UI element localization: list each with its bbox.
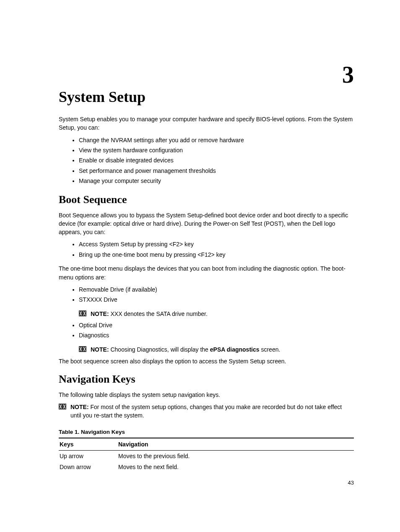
note-icon <box>79 310 86 316</box>
intro-paragraph: System Setup enables you to manage your … <box>59 115 354 132</box>
list-item: Set performance and power management thr… <box>79 166 354 175</box>
list-item: Access System Setup by pressing <F2> key <box>79 240 354 249</box>
note-body: XXX denotes the SATA drive number. <box>110 310 207 317</box>
table-header-row: Keys Navigation <box>59 438 354 451</box>
chapter-number: 3 <box>342 63 354 86</box>
list-item: View the system hardware configuration <box>79 146 354 155</box>
note-body: For most of the system setup options, ch… <box>70 404 342 419</box>
list-item: Manage your computer security <box>79 176 354 185</box>
table-header-navigation: Navigation <box>117 438 354 451</box>
boot-paragraph-1: Boot Sequence allows you to bypass the S… <box>59 211 354 237</box>
list-item: Enable or disable integrated devices <box>79 156 354 165</box>
note-label: NOTE: <box>70 404 90 410</box>
note-body-post: screen. <box>260 346 281 353</box>
boot-paragraph-3: The boot sequence screen also displays t… <box>59 357 354 365</box>
note-text: NOTE: XXX denotes the SATA drive number. <box>91 310 208 318</box>
note-body-bold: ePSA diagnostics <box>210 346 260 353</box>
cell-key: Up arrow <box>59 451 117 462</box>
table-caption: Table 1. Navigation Keys <box>59 429 354 435</box>
note-text: NOTE: For most of the system setup optio… <box>70 403 354 420</box>
navigation-keys-table: Keys Navigation Up arrow Moves to the pr… <box>59 438 354 472</box>
section-heading-navigation-keys: Navigation Keys <box>59 373 354 386</box>
list-item: Bring up the one-time boot menu by press… <box>79 250 354 259</box>
table-header-keys: Keys <box>59 438 117 451</box>
list-item: Change the NVRAM settings after you add … <box>79 136 354 145</box>
boot-list-2b: Optical Drive Diagnostics <box>59 321 354 340</box>
section-heading-boot-sequence: Boot Sequence <box>59 193 354 206</box>
cell-nav: Moves to the next field. <box>117 462 354 472</box>
page-title: System Setup <box>59 88 354 106</box>
note-text: NOTE: Choosing Diagnostics, will display… <box>91 345 280 354</box>
note-block: NOTE: For most of the system setup optio… <box>59 403 354 420</box>
table-row: Down arrow Moves to the next field. <box>59 462 354 472</box>
intro-list: Change the NVRAM settings after you add … <box>59 136 354 186</box>
cell-key: Down arrow <box>59 462 117 472</box>
boot-list-1: Access System Setup by pressing <F2> key… <box>59 240 354 259</box>
list-item: Optical Drive <box>79 321 354 330</box>
note-body-pre: Choosing Diagnostics, will display the <box>110 346 210 353</box>
note-label: NOTE: <box>91 346 110 353</box>
note-label: NOTE: <box>91 310 110 317</box>
list-item: STXXXX Drive <box>79 295 354 304</box>
note-block: NOTE: XXX denotes the SATA drive number. <box>79 310 354 318</box>
list-item: Removable Drive (if available) <box>79 285 354 294</box>
nav-paragraph-1: The following table displays the system … <box>59 391 354 399</box>
table-row: Up arrow Moves to the previous field. <box>59 451 354 462</box>
note-icon <box>79 346 86 352</box>
list-item: Diagnostics <box>79 331 354 340</box>
page-number: 43 <box>348 480 354 486</box>
note-block: NOTE: Choosing Diagnostics, will display… <box>79 345 354 354</box>
boot-paragraph-2: The one-time boot menu displays the devi… <box>59 264 354 282</box>
note-icon <box>59 404 66 409</box>
document-page: 3 System Setup System Setup enables you … <box>0 0 400 532</box>
cell-nav: Moves to the previous field. <box>117 451 354 462</box>
boot-list-2: Removable Drive (if available) STXXXX Dr… <box>59 285 354 305</box>
